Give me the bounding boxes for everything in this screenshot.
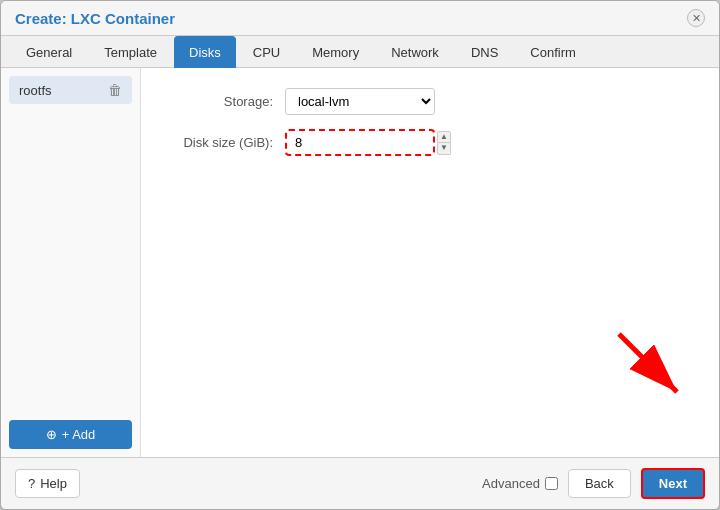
add-icon: ⊕: [46, 427, 57, 442]
tab-disks[interactable]: Disks: [174, 36, 236, 68]
disk-name: rootfs: [19, 83, 52, 98]
svg-line-1: [619, 334, 677, 392]
title-bar: Create: LXC Container ✕: [1, 1, 719, 36]
advanced-label: Advanced: [482, 476, 558, 491]
tab-general[interactable]: General: [11, 36, 87, 68]
sidebar-add-area: ⊕ + Add: [9, 412, 132, 449]
disk-size-label: Disk size (GiB):: [165, 135, 285, 150]
content-area: rootfs 🗑 ⊕ + Add Storage: local-lvm loca…: [1, 68, 719, 457]
create-lxc-dialog: Create: LXC Container ✕ General Template…: [0, 0, 720, 510]
storage-select[interactable]: local-lvm local nfs: [285, 88, 435, 115]
tab-memory[interactable]: Memory: [297, 36, 374, 68]
tab-network[interactable]: Network: [376, 36, 454, 68]
advanced-checkbox[interactable]: [545, 477, 558, 490]
storage-label: Storage:: [165, 94, 285, 109]
footer: ? Help Advanced Back Next: [1, 457, 719, 509]
disk-size-input-wrapper: ▲ ▼: [285, 129, 451, 156]
tab-dns[interactable]: DNS: [456, 36, 513, 68]
spinner-down[interactable]: ▼: [437, 143, 451, 155]
disk-size-row: Disk size (GiB): ▲ ▼: [165, 129, 695, 156]
back-button[interactable]: Back: [568, 469, 631, 498]
help-icon: ?: [28, 476, 35, 491]
spinner-up[interactable]: ▲: [437, 131, 451, 143]
help-button[interactable]: ? Help: [15, 469, 80, 498]
next-button[interactable]: Next: [641, 468, 705, 499]
disk-sidebar: rootfs 🗑 ⊕ + Add: [1, 68, 141, 457]
tab-bar: General Template Disks CPU Memory Networ…: [1, 36, 719, 68]
disk-size-input[interactable]: [285, 129, 435, 156]
disk-config-panel: Storage: local-lvm local nfs Disk size (…: [141, 68, 719, 457]
spinner-controls: ▲ ▼: [437, 131, 451, 155]
footer-right: Advanced Back Next: [482, 468, 705, 499]
storage-row: Storage: local-lvm local nfs: [165, 88, 695, 115]
tab-confirm[interactable]: Confirm: [515, 36, 591, 68]
tab-cpu[interactable]: CPU: [238, 36, 295, 68]
dialog-title: Create: LXC Container: [15, 10, 175, 27]
disk-list-item: rootfs 🗑: [9, 76, 132, 104]
tab-template[interactable]: Template: [89, 36, 172, 68]
add-disk-button[interactable]: ⊕ + Add: [9, 420, 132, 449]
close-button[interactable]: ✕: [687, 9, 705, 27]
footer-left: ? Help: [15, 469, 80, 498]
arrow-annotation: [599, 314, 699, 417]
delete-disk-icon[interactable]: 🗑: [108, 82, 122, 98]
